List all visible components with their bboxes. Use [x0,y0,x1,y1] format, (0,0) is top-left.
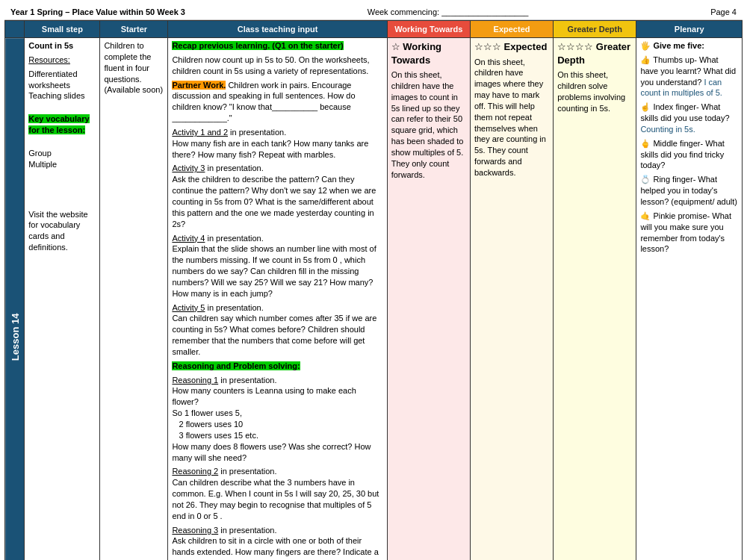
teaching-intro: Children now count up in 5s to 50. On th… [172,55,382,77]
header-week: Week commencing: ___________________ [185,7,710,16]
plenary-index: ☝ Index finger- What skills did you use … [640,102,738,135]
col-working-towards: Working Towards [387,21,470,38]
teaching-act4: Activity 4 in presentation.Explain that … [172,233,382,299]
working-towards-cell: ☆ Working Towards On this sheet, childre… [387,38,470,561]
top-bar: Year 1 Spring – Place Value within 50 We… [4,4,743,20]
teaching-partner: Partner Work. Children work in pairs. En… [172,80,382,124]
plenary-give-five: 🖐 Give me five: [640,40,738,52]
small-step-cell: Count in 5s Resources: Differentiated wo… [25,38,100,561]
plenary-middle: 🖕 Middle finger- What skills did you fin… [640,138,738,172]
expected-cell: ☆☆☆ Expected On this sheet, children hav… [470,38,553,561]
page-wrapper: Year 1 Spring – Place Value within 50 We… [0,0,747,560]
main-content-row: Lesson 14 Count in 5s Resources: Differe… [5,38,743,561]
teaching-recap-label: Recap previous learning. (Q1 on the star… [172,41,343,50]
plenary-ring: 💍 Ring finger- What helped you in today'… [640,174,738,208]
website-text: Visit the website for vocabulary cards a… [28,209,96,253]
col-starter: Starter [100,21,168,38]
working-towards-text: On this sheet, children have the images … [391,69,466,180]
reasoning1: Reasoning 1 in presentation.How many cou… [172,375,382,464]
reasoning3: Reasoning 3 in presentation.Ask children… [172,525,382,560]
key-vocab: Key vocabulary for the lesson: [28,114,89,134]
col-teaching: Class teaching input [168,21,387,38]
teaching-act5: Activity 5 in presentation.Can children … [172,302,382,358]
greater-depth-stars: ☆☆☆☆ Greater Depth [557,40,632,66]
teaching-act3: Activity 3 in presentation.Ask the child… [172,163,382,229]
header-title-left: Year 1 Spring – Place Value within 50 We… [10,7,185,16]
working-stars: ☆ Working Towards [391,40,466,66]
reasoning-label: Reasoning and Problem solving: [172,361,300,370]
plenary-thumbs: 👍 Thumbs up- What have you learnt? What … [640,55,738,99]
column-headers: Small step Starter Class teaching input … [5,21,743,38]
starter-text: Children to complete the fluent in four … [104,40,164,96]
resources-label: Resources: [28,55,70,64]
greater-depth-text: On this sheet, children solve problems i… [557,69,632,113]
col-small-step: Small step [25,21,100,38]
header-page: Page 4 [710,7,737,16]
plenary-pinkie: 🤙 Pinkie promise- What will you make sur… [640,211,738,255]
teaching-cell: Recap previous learning. (Q1 on the star… [168,38,387,561]
col-greater-depth: Greater Depth [554,21,636,38]
lesson-header-spacer [5,21,25,38]
col-expected: Expected [470,21,553,38]
resources-text: Differentiated worksheetsTeaching slides [28,69,96,102]
main-table: Small step Starter Class teaching input … [4,20,743,560]
reasoning2: Reasoning 2 in presentation.Can children… [172,466,382,521]
expected-text: On this sheet, children have images wher… [474,57,549,178]
starter-cell: Children to complete the fluent in four … [100,38,168,561]
plenary-cell: 🖐 Give me five: 👍 Thumbs up- What have y… [636,38,743,561]
expected-stars: ☆☆☆ Expected [474,40,549,54]
group-text: GroupMultiple [28,148,96,170]
lesson-number: Lesson 14 [5,38,25,561]
teaching-act12: Activity 1 and 2 in presentation.How man… [172,127,382,161]
greater-depth-cell: ☆☆☆☆ Greater Depth On this sheet, childr… [554,38,636,561]
small-step-title: Count in 5s [28,41,73,50]
col-plenary: Plenary [636,21,743,38]
lesson-label: Lesson 14 [9,313,20,361]
